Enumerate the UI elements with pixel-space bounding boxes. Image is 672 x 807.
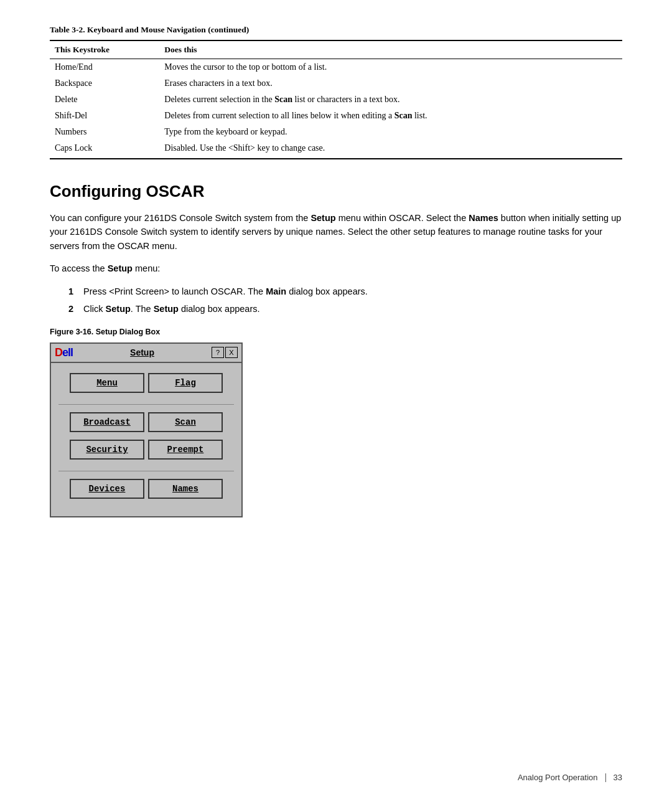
description-cell: Deletes from current selection to all li… — [159, 108, 622, 124]
table-bottom-border — [50, 158, 622, 159]
keystroke-cell: Numbers — [50, 124, 159, 140]
step-2: Click Setup. The Setup dialog box appear… — [62, 302, 622, 316]
description-cell: Erases characters in a text box. — [159, 75, 622, 92]
keystroke-cell: Home/End — [50, 59, 159, 76]
keystroke-cell: Shift-Del — [50, 108, 159, 124]
scan-button[interactable]: Scan — [148, 412, 223, 432]
keystroke-cell: Backspace — [50, 75, 159, 92]
devices-button[interactable]: Devices — [70, 479, 144, 499]
table-row: Delete Deletes current selection in the … — [50, 92, 622, 108]
names-button[interactable]: Names — [148, 479, 223, 499]
oscar-title-text: Setup — [78, 347, 207, 357]
navigation-table: This Keystroke Does this Home/End Moves … — [50, 40, 622, 158]
col-does-header: Does this — [159, 40, 622, 59]
oscar-row-2: Broadcast Scan — [58, 412, 234, 432]
footer-text: Analog Port Operation — [518, 773, 598, 782]
table-row: Numbers Type from the keyboard or keypad… — [50, 124, 622, 140]
oscar-dialog: Dell Setup ? X Menu Flag Broadcast Scan … — [50, 342, 243, 517]
keystroke-cell: Caps Lock — [50, 140, 159, 158]
step-1: Press <Print Screen> to launch OSCAR. Th… — [62, 285, 622, 298]
oscar-row-4: Devices Names — [58, 479, 234, 499]
table-row: Home/End Moves the cursor to the top or … — [50, 59, 622, 76]
oscar-divider-2 — [58, 471, 234, 471]
oscar-row-1: Menu Flag — [58, 373, 234, 393]
keystroke-cell: Delete — [50, 92, 159, 108]
body-paragraph-1: You can configure your 2161DS Console Sw… — [50, 211, 622, 253]
table-row: Backspace Erases characters in a text bo… — [50, 75, 622, 92]
preempt-button[interactable]: Preempt — [148, 440, 223, 460]
broadcast-button[interactable]: Broadcast — [70, 412, 144, 432]
steps-list: Press <Print Screen> to launch OSCAR. Th… — [62, 285, 622, 316]
body-paragraph-2: To access the Setup menu: — [50, 262, 622, 275]
oscar-titlebar: Dell Setup ? X — [51, 344, 241, 363]
footer-divider — [605, 773, 606, 782]
page-footer: Analog Port Operation 33 — [518, 773, 622, 782]
table-caption: Table 3-2. Keyboard and Mouse Navigation… — [50, 25, 622, 35]
oscar-body: Menu Flag Broadcast Scan Security Preemp… — [51, 363, 241, 516]
oscar-divider-1 — [58, 404, 234, 405]
security-button[interactable]: Security — [70, 440, 144, 460]
menu-button[interactable]: Menu — [70, 373, 144, 393]
table-row: Caps Lock Disabled. Use the <Shift> key … — [50, 140, 622, 158]
table-row: Shift-Del Deletes from current selection… — [50, 108, 622, 124]
oscar-row-3: Security Preempt — [58, 440, 234, 460]
oscar-logo: Dell — [55, 346, 73, 359]
page-number: 33 — [614, 773, 622, 782]
description-cell: Moves the cursor to the top or bottom of… — [159, 59, 622, 76]
figure-caption: Figure 3-16. Setup Dialog Box — [50, 328, 622, 336]
oscar-controls: ? X — [212, 347, 238, 358]
col-keystroke-header: This Keystroke — [50, 40, 159, 59]
description-cell: Type from the keyboard or keypad. — [159, 124, 622, 140]
oscar-close-button[interactable]: X — [225, 347, 238, 358]
flag-button[interactable]: Flag — [148, 373, 223, 393]
description-cell: Deletes current selection in the Scan li… — [159, 92, 622, 108]
oscar-help-button[interactable]: ? — [212, 347, 224, 358]
section-heading: Configuring OSCAR — [50, 182, 622, 201]
description-cell: Disabled. Use the <Shift> key to change … — [159, 140, 622, 158]
